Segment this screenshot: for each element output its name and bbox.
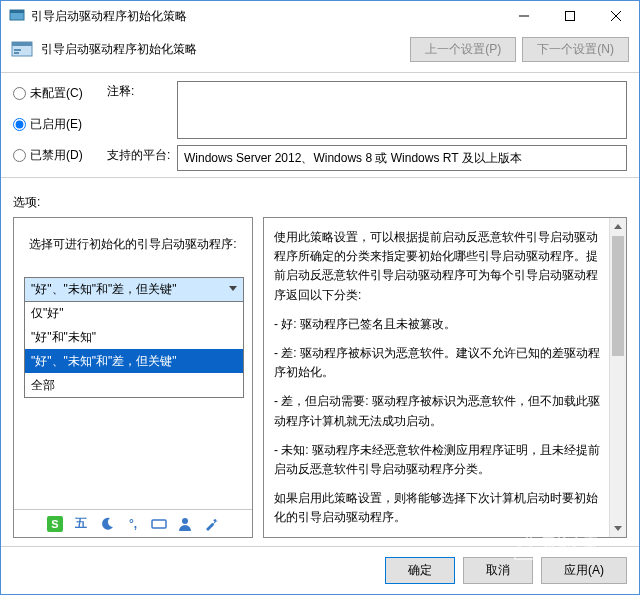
ime-toolbar: S 五 °,	[14, 509, 252, 537]
sub-header: 引导启动驱动程序初始化策略 上一个设置(P) 下一个设置(N)	[1, 31, 639, 72]
help-panel: 使用此策略设置，可以根据提前启动反恶意软件引导启动驱动程序所确定的分类来指定要初…	[263, 217, 627, 538]
title-bar: 引导启动驱动程序初始化策略	[1, 1, 639, 31]
dropdown-list: 仅"好" "好"和"未知" "好"、"未知"和"差，但关键" 全部	[24, 301, 244, 398]
radio-enabled[interactable]: 已启用(E)	[13, 116, 107, 133]
config-area: 未配置(C) 已启用(E) 已禁用(D) 注释: 支持的平台: Windows …	[1, 81, 639, 177]
apply-button[interactable]: 应用(A)	[541, 557, 627, 584]
cancel-button[interactable]: 取消	[463, 557, 533, 584]
comment-label: 注释:	[107, 81, 177, 100]
help-paragraph: - 差，但启动需要: 驱动程序被标识为恶意软件，但不加载此驱动程序计算机就无法成…	[274, 392, 606, 430]
options-panel: 选择可进行初始化的引导启动驱动程序: "好"、"未知"和"差，但关键" 仅"好"…	[13, 217, 253, 538]
fields-column: 注释: 支持的平台: Windows Server 2012、Windows 8…	[107, 81, 627, 171]
next-setting-button[interactable]: 下一个设置(N)	[522, 37, 629, 62]
help-paragraph: 如果启用此策略设置，则将能够选择下次计算机启动时要初始化的引导启动驱动程序。	[274, 489, 606, 527]
policy-title: 引导启动驱动程序初始化策略	[41, 41, 404, 58]
policy-icon	[11, 39, 33, 61]
help-text: 使用此策略设置，可以根据提前启动反恶意软件引导启动驱动程序所确定的分类来指定要初…	[264, 218, 626, 537]
svg-rect-8	[14, 49, 21, 51]
dropdown-option[interactable]: 全部	[25, 373, 243, 397]
platform-label: 支持的平台:	[107, 145, 177, 164]
input-mode-icon[interactable]: 五	[73, 516, 89, 532]
svg-rect-3	[566, 12, 575, 21]
chevron-down-icon	[225, 280, 241, 296]
svg-rect-7	[12, 42, 32, 46]
moon-icon[interactable]	[99, 516, 115, 532]
scrollbar[interactable]	[609, 218, 626, 537]
help-paragraph: - 差: 驱动程序被标识为恶意软件。建议不允许已知的差驱动程序初始化。	[274, 344, 606, 382]
comment-input[interactable]	[177, 81, 627, 139]
sogou-icon[interactable]: S	[47, 516, 63, 532]
dropdown-option[interactable]: "好"、"未知"和"差，但关键"	[25, 349, 243, 373]
driver-policy-dropdown[interactable]: "好"、"未知"和"差，但关键"	[24, 277, 244, 302]
scroll-down-icon[interactable]	[610, 520, 626, 537]
app-icon	[9, 8, 25, 24]
help-paragraph: 使用此策略设置，可以根据提前启动反恶意软件引导启动驱动程序所确定的分类来指定要初…	[274, 228, 606, 305]
ok-button[interactable]: 确定	[385, 557, 455, 584]
user-icon[interactable]	[177, 516, 193, 532]
panels-row: 选择可进行初始化的引导启动驱动程序: "好"、"未知"和"差，但关键" 仅"好"…	[1, 217, 639, 546]
state-radios: 未配置(C) 已启用(E) 已禁用(D)	[13, 81, 107, 171]
minimize-button[interactable]	[501, 1, 547, 31]
dropdown-selected: "好"、"未知"和"差，但关键"	[25, 278, 243, 301]
previous-setting-button[interactable]: 上一个设置(P)	[410, 37, 516, 62]
window-title: 引导启动驱动程序初始化策略	[31, 8, 501, 25]
dropdown-label: 选择可进行初始化的引导启动驱动程序:	[24, 236, 242, 253]
radio-disabled[interactable]: 已禁用(D)	[13, 147, 107, 164]
punctuation-icon[interactable]: °,	[125, 516, 141, 532]
svg-point-14	[182, 518, 188, 524]
help-paragraph: - 好: 驱动程序已签名且未被篡改。	[274, 315, 606, 334]
svg-rect-9	[14, 52, 19, 54]
maximize-button[interactable]	[547, 1, 593, 31]
scrollbar-thumb[interactable]	[612, 236, 624, 356]
options-label: 选项:	[1, 186, 639, 217]
divider	[1, 177, 639, 178]
help-paragraph: - 未知: 驱动程序未经恶意软件检测应用程序证明，且未经提前启动反恶意软件引导启…	[274, 441, 606, 479]
dropdown-option[interactable]: "好"和"未知"	[25, 325, 243, 349]
keyboard-icon[interactable]	[151, 516, 167, 532]
scroll-up-icon[interactable]	[610, 218, 626, 235]
svg-rect-1	[10, 10, 24, 13]
radio-not-configured[interactable]: 未配置(C)	[13, 85, 107, 102]
close-button[interactable]	[593, 1, 639, 31]
wrench-icon[interactable]	[203, 516, 219, 532]
dialog-footer: 确定 取消 应用(A)	[1, 546, 639, 594]
svg-rect-10	[152, 520, 166, 528]
divider	[1, 72, 639, 73]
dropdown-option[interactable]: 仅"好"	[25, 301, 243, 325]
supported-platform: Windows Server 2012、Windows 8 或 Windows …	[177, 145, 627, 171]
radio-label: 已禁用(D)	[30, 147, 83, 164]
radio-label: 已启用(E)	[30, 116, 82, 133]
radio-label: 未配置(C)	[30, 85, 83, 102]
